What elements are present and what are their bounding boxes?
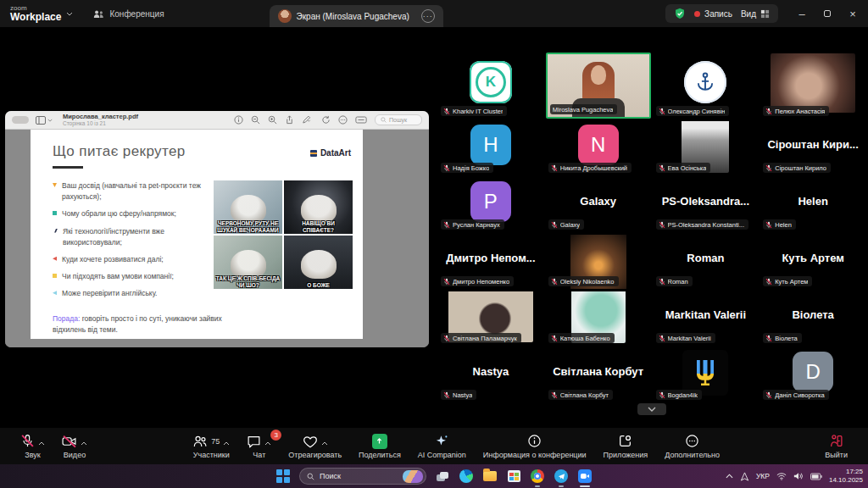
- dataart-logo: DataArt: [310, 148, 351, 158]
- taskbar-app-task-view[interactable]: [435, 469, 450, 484]
- minimize-button[interactable]: –: [793, 8, 810, 20]
- toolbar-chevron[interactable]: [38, 434, 45, 449]
- pdf-search-input[interactable]: Пошук: [375, 114, 422, 125]
- toolbar-apps-button[interactable]: Приложения: [595, 428, 657, 464]
- toolbar-chevron[interactable]: [321, 434, 328, 449]
- participant-tile[interactable]: RomanRoman: [654, 235, 759, 289]
- time: 17:25: [829, 468, 863, 476]
- bullet-text: Може перевірити англійську.: [62, 288, 157, 299]
- location-icon[interactable]: [740, 472, 749, 481]
- toolbar-leave-button[interactable]: Выйти: [816, 428, 856, 464]
- hidden-icons-chevron[interactable]: [726, 474, 733, 479]
- slide-bullet: Ваш досвід (навчальні та pet-проєкти теж…: [53, 180, 209, 202]
- people-icon: [93, 9, 104, 19]
- camera-muted-icon: [62, 435, 77, 448]
- muted-mic-icon: [765, 278, 772, 286]
- more-tools-icon[interactable]: [338, 115, 348, 125]
- participant-tile[interactable]: Miroslava Pugacheva: [546, 53, 651, 119]
- wifi-icon[interactable]: [776, 472, 787, 480]
- participant-tile[interactable]: Пелюх Анастасія: [760, 53, 865, 119]
- ukraine-trident-icon: [693, 358, 718, 388]
- toolbar-label: Звук: [25, 451, 40, 459]
- participant-tile[interactable]: Oleksiy Nikolaenko: [546, 235, 651, 289]
- participant-tile[interactable]: Світлана КорбутСвітлана Корбут: [546, 348, 651, 402]
- participant-name-label: Дмитро Непоменко: [441, 276, 514, 286]
- toolbar-chevron[interactable]: [223, 434, 230, 449]
- participant-tile[interactable]: HНадія Божко: [438, 121, 543, 175]
- tab-options-icon[interactable]: ···: [421, 9, 435, 23]
- toolbar-participants-button[interactable]: 75Участники: [184, 428, 238, 464]
- toolbar-video-button[interactable]: Видео: [53, 428, 96, 464]
- participant-tile[interactable]: GalaxyGalaxy: [546, 178, 651, 232]
- toolbar-more-button[interactable]: Дополнительно: [656, 428, 728, 464]
- rotate-icon[interactable]: [321, 115, 331, 125]
- participant-name-label: Світлана Паламарчук: [441, 333, 521, 343]
- highlighter-icon[interactable]: [355, 115, 367, 125]
- participant-tile[interactable]: Сіроштан Кири...Сіроштан Кирило: [760, 121, 865, 175]
- taskbar-app-explorer[interactable]: [482, 469, 498, 484]
- sidebar-toggle-icon[interactable]: [36, 116, 53, 125]
- participant-tile[interactable]: Markitan ValeriiMarkitan Valerii: [654, 291, 759, 346]
- volume-icon[interactable]: [793, 472, 804, 480]
- participant-tile[interactable]: NНикита Дробышевский: [546, 121, 651, 175]
- participant-tile[interactable]: NastyaNastya: [438, 348, 543, 402]
- participant-tile[interactable]: Bogdan4ik: [654, 348, 759, 402]
- toolbar-ai-companion-button[interactable]: AI Companion: [409, 428, 475, 464]
- markup-pencil-icon[interactable]: [302, 115, 314, 125]
- battery-icon[interactable]: [810, 473, 822, 480]
- participant-tile[interactable]: KKharkiv IT Cluster: [438, 53, 543, 119]
- participant-tile[interactable]: Олександр Синявін: [654, 53, 759, 119]
- tab-meeting[interactable]: Конференция: [81, 0, 175, 27]
- toolbar-chat-button[interactable]: 3Чат: [238, 428, 280, 464]
- participant-name: Сіроштан Кирило: [775, 164, 826, 172]
- clock[interactable]: 17:25 14.10.2025: [829, 468, 863, 485]
- participant-tile[interactable]: Ева Осінська: [654, 121, 759, 175]
- participant-tile[interactable]: Дмитро Непом...Дмитро Непоменко: [438, 235, 543, 289]
- tab-screen-share[interactable]: Экран (Miroslava Pugacheva) ···: [270, 5, 443, 27]
- participant-tile[interactable]: PS-Oleksandra...PS-Oleksandra Konstanti.…: [654, 178, 759, 232]
- taskbar-app-chrome[interactable]: [530, 469, 545, 484]
- taskbar-search-input[interactable]: Поиск: [299, 468, 426, 485]
- toolbar-meeting-info-button[interactable]: Информация о конференции: [475, 428, 595, 464]
- search-icon: [381, 117, 387, 123]
- close-button[interactable]: ×: [844, 8, 861, 20]
- recording-label: Запись: [704, 9, 732, 19]
- toolbar-react-button[interactable]: Отреагировать: [280, 428, 350, 464]
- participant-tile[interactable]: Куть АртемКуть Артем: [760, 235, 865, 289]
- taskbar-app-telegram[interactable]: [554, 469, 569, 484]
- language-indicator[interactable]: УКР: [756, 472, 770, 480]
- toolbar-share-button[interactable]: Поделиться: [350, 428, 409, 464]
- taskbar-app-store[interactable]: [506, 469, 521, 484]
- participant-tile[interactable]: Світлана Паламарчук: [438, 291, 543, 346]
- toolbar-label: AI Companion: [418, 451, 466, 459]
- taskbar-app-zoom[interactable]: [577, 469, 593, 484]
- participant-name: PS-Oleksandra Konstanti...: [668, 221, 744, 229]
- participant-tile[interactable]: ВіолетаВіолета: [760, 291, 865, 346]
- avatar: [278, 9, 292, 23]
- toolbar-chevron[interactable]: [81, 434, 87, 449]
- participant-tile[interactable]: Катюша Бабенко: [546, 291, 651, 346]
- chevron-down-icon: [648, 407, 656, 412]
- participant-display-name: Дмитро Непом...: [446, 252, 535, 264]
- maximize-button[interactable]: [819, 8, 836, 20]
- participant-name-label: PS-Oleksandra Konstanti...: [656, 219, 748, 230]
- share-export-icon[interactable]: [285, 115, 294, 125]
- taskbar-app-edge[interactable]: [459, 469, 474, 484]
- participant-tile[interactable]: DДаніл Сиворотка: [760, 348, 865, 402]
- participant-name-label: Miroslava Pugacheva: [550, 104, 618, 114]
- collapse-gallery-button[interactable]: [637, 403, 666, 415]
- zoom-workplace-menu[interactable]: zoom Workplace: [0, 5, 81, 22]
- security-shield-icon[interactable]: [674, 8, 686, 19]
- info-icon[interactable]: [234, 115, 243, 125]
- bullet-text: Ваш досвід (навчальні та pet-проєкти теж…: [62, 180, 209, 202]
- recording-indicator[interactable]: Запись: [694, 9, 732, 19]
- view-button[interactable]: Вид: [741, 9, 770, 19]
- start-button[interactable]: [275, 469, 291, 484]
- participant-tile[interactable]: PРуслан Карнаух: [438, 178, 543, 232]
- participant-tile[interactable]: HelenHelen: [760, 178, 865, 232]
- zoom-out-icon[interactable]: [251, 115, 260, 125]
- tip-label: Порада:: [53, 314, 80, 323]
- file-explorer-icon: [483, 471, 497, 481]
- toolbar-audio-button[interactable]: Звук: [12, 428, 53, 464]
- zoom-in-icon[interactable]: [268, 115, 277, 125]
